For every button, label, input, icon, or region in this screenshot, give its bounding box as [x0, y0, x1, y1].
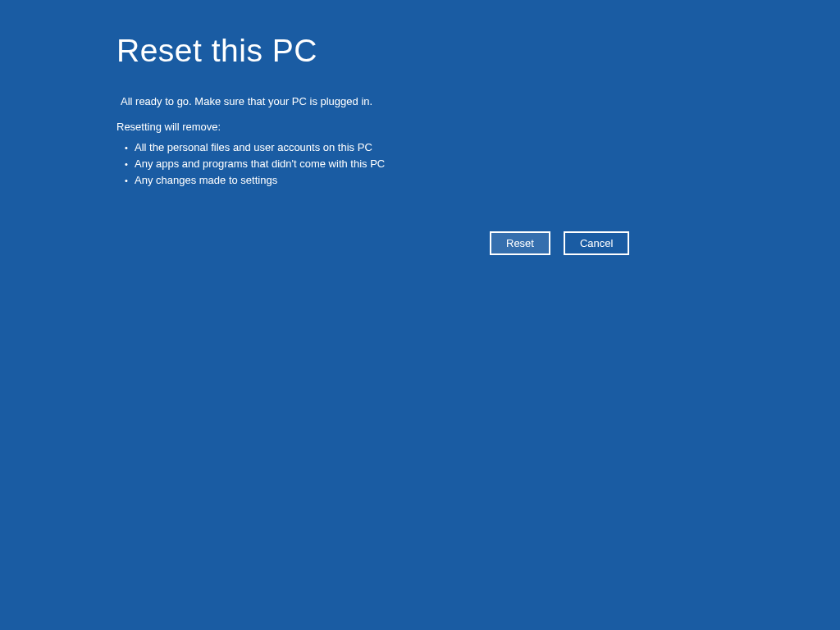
page-title: Reset this PC: [116, 33, 840, 69]
cancel-button[interactable]: Cancel: [564, 231, 629, 255]
button-row: Reset Cancel: [490, 231, 629, 255]
list-heading: Resetting will remove:: [116, 121, 840, 133]
removal-list: All the personal files and user accounts…: [116, 139, 840, 189]
list-item: Any changes made to settings: [125, 172, 840, 189]
status-text: All ready to go. Make sure that your PC …: [121, 95, 840, 107]
list-item: Any apps and programs that didn't come w…: [125, 156, 840, 172]
list-item: All the personal files and user accounts…: [125, 139, 840, 156]
reset-button[interactable]: Reset: [490, 231, 550, 255]
